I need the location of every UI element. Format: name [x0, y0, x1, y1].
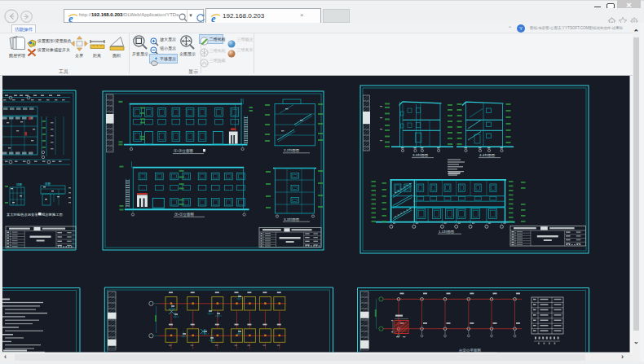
svg-text:1-1剖面图: 1-1剖面图 — [439, 230, 454, 234]
svg-text:4-4剖面图: 4-4剖面图 — [479, 153, 495, 157]
svg-text:3-3剖面图: 3-3剖面图 — [412, 153, 428, 157]
svg-text:2-2剖面图: 2-2剖面图 — [284, 148, 299, 152]
svg-text:柱定位平面图: 柱定位平面图 — [459, 349, 481, 353]
svg-text:3-3剖面图: 3-3剖面图 — [284, 217, 299, 221]
svg-text:①-⑦立面图: ①-⑦立面图 — [174, 149, 193, 153]
svg-text:⑦-①立面图: ⑦-①立面图 — [174, 213, 194, 217]
svg-text:详图: 详图 — [16, 182, 23, 186]
svg-text:某太阳能热水器安装工程水暖施工图: 某太阳能热水器安装工程水暖施工图 — [7, 213, 63, 217]
svg-text:详图: 详图 — [45, 182, 51, 186]
